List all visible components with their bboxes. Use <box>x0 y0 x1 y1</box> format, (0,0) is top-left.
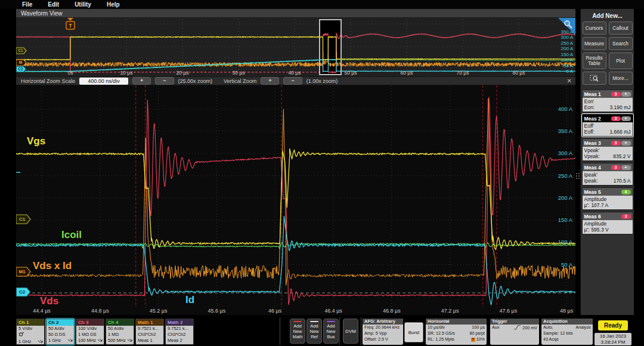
settings-bar: Ch 15 V/div1 GHzCh 250 A/div50 Ω DS1 GHz… <box>0 315 644 346</box>
h-zoom-minus-button[interactable]: − <box>155 77 174 85</box>
channel-badge-math-2[interactable]: Math 29.7521 k...Ch3*Ch2Meas 2 <box>165 319 194 345</box>
close-icon[interactable]: ✕ <box>567 78 572 84</box>
add-new-plot-button[interactable]: Plot <box>609 52 633 69</box>
measurement-card-meas-2[interactable]: Meas 23+Eoff'Eoff:1.666 mJ <box>582 114 633 137</box>
add-new-more-button[interactable]: More... <box>609 72 633 85</box>
afg-panel[interactable]: AFG: Arbitrary Freq: 20.9644 kHz Amp: 5 … <box>363 319 403 345</box>
measurement-header: Meas 43+ <box>583 163 633 171</box>
measurement-results-list: Meas 13+Eon'Eon:3.190 mJMeas 23+Eoff'Eof… <box>581 89 634 234</box>
burst-button[interactable]: Burst <box>404 322 423 342</box>
channel-ref-badge-c1[interactable]: C1 <box>16 215 30 224</box>
main-x-tick: 45.6 µs <box>208 308 226 314</box>
dvm-button[interactable]: DVM <box>343 319 358 344</box>
add-new-search-button[interactable]: Search <box>609 37 633 50</box>
measurement-line1: Ipeak' <box>584 172 631 178</box>
channel-scale: 50 A/div <box>106 326 134 332</box>
signal-color-stripe <box>327 321 335 322</box>
menu-help[interactable]: Help <box>107 1 120 8</box>
add-new-math-button[interactable]: AddNewMath <box>290 319 305 344</box>
source-badge: + <box>621 141 631 146</box>
trace-label-vds: Vds <box>40 295 58 307</box>
menu-edit[interactable]: Edit <box>48 1 59 8</box>
h-zoom-plus-button[interactable]: + <box>132 77 151 85</box>
channel-ref-badge-c2[interactable]: C2 <box>16 66 26 72</box>
add-new-bus-button[interactable]: AddNewBus <box>323 319 339 344</box>
add-new-cursors-button[interactable]: Cursors <box>583 21 606 35</box>
measurement-card-meas-6[interactable]: Meas 63Amplitudeµ':595.3 V <box>582 212 633 234</box>
channel-badge-math-1[interactable]: Math 19.7521 k...Ch3*Ch2Meas 1 <box>135 319 164 345</box>
overview-y-tick: 100 A <box>561 57 574 63</box>
measurement-value: 3.190 mJ <box>610 104 631 110</box>
measurement-line2: µ':107.7 A <box>584 202 631 208</box>
channel-coupling: Ch3*Ch2 <box>166 332 193 338</box>
measurement-line2: Eoff:1.666 mJ <box>584 129 631 135</box>
measurement-header: Meas 63 <box>583 212 633 220</box>
trigger-panel[interactable]: Trigger Aux 200 mV <box>490 319 539 345</box>
menu-file[interactable]: File <box>22 1 32 8</box>
add-new-button-grid: CursorsCalloutMeasureSearchResults Table… <box>581 21 634 85</box>
measurement-value: 595.3 V <box>591 227 608 233</box>
channel-bandwidth: Meas 1 <box>136 338 163 344</box>
channel-badge-ch-2[interactable]: Ch 250 A/div50 Ω DS1 GHz <box>46 319 75 345</box>
channel-ref-badge-m[interactable]: M <box>16 60 26 66</box>
signal-color-stripe <box>310 321 318 322</box>
channel-badge-header: Ch 2 <box>47 319 74 326</box>
channel-badge-ch-3[interactable]: Ch 3100 V/div1 MΩ DS100 MHz <box>76 319 104 345</box>
channel-badge-header: Math 1 <box>136 319 163 326</box>
svg-text:M1: M1 <box>18 269 26 274</box>
channel-ref-badge-c1[interactable]: C1 <box>16 48 26 54</box>
rising-edge-icon <box>513 325 521 330</box>
measurement-card-meas-5[interactable]: Meas 54Amplitudeµ':107.7 A <box>582 187 633 210</box>
measurement-source-badges: 3+ <box>611 165 631 170</box>
h-zoom-readout: (25.00x zoom) <box>178 78 213 84</box>
measurement-card-meas-4[interactable]: Meas 43+Ipeak'Ipeak:170.5 A <box>582 163 633 186</box>
channel-bandwidth-text: 1 GHz <box>18 339 31 344</box>
horizontal-zoom-scale-input[interactable]: 400.00 ns/div <box>79 78 128 85</box>
channel-coupling: Ch3*Ch2 <box>136 332 163 338</box>
source-badge: 3 <box>621 214 631 219</box>
v-zoom-minus-button[interactable]: − <box>283 77 302 85</box>
afg-freq: Freq: 20.9644 kHz <box>363 325 403 330</box>
menu-utility[interactable]: Utility <box>75 1 91 8</box>
main-x-tick: 44.8 µs <box>91 308 109 314</box>
v-zoom-plus-button[interactable]: + <box>261 77 279 85</box>
add-new-callout-button[interactable]: Callout <box>609 21 633 35</box>
measurement-body: Eoff'Eoff:1.666 mJ <box>583 122 633 136</box>
add-new-ref-button[interactable]: AddNewRef <box>306 319 322 344</box>
source-badge: 4 <box>621 190 631 194</box>
channel-bandwidth-text: Meas 2 <box>168 338 182 343</box>
panel-splitter-handle[interactable] <box>576 173 580 179</box>
trace-label-vds-x-id: Vds x Id <box>33 260 72 271</box>
acquisition-panel[interactable]: Acquisition Auto,Analyze Sample: 12 bits… <box>541 319 593 345</box>
svg-text:C1: C1 <box>19 217 26 222</box>
measurement-name: Meas 1 <box>584 91 601 97</box>
divider <box>361 317 361 345</box>
zoomed-waveform-plot[interactable]: 44.4 µs44.8 µs45.2 µs45.6 µs46 µs46.4 µs… <box>16 85 575 315</box>
channel-scale: 100 V/div <box>76 326 104 332</box>
overview-waveform-plot[interactable]: 0s10 µs20 µs30 µs40 µs50 µs60 µs70 µs80 … <box>16 18 575 76</box>
measurement-value-label: Vpeak: <box>584 153 600 159</box>
horizontal-panel[interactable]: Horizontal 10 µs/div100 µs SR: 12.5 GS/s… <box>426 319 487 345</box>
probe-icon <box>18 332 24 337</box>
channel-badge-ch-4[interactable]: Ch 450 A/div1 MΩ500 MHz <box>106 319 134 345</box>
deskew-icon <box>38 339 43 344</box>
channel-badge-ch-1[interactable]: Ch 15 V/div1 GHz <box>16 319 45 345</box>
main-y-tick: 100 A <box>558 239 573 245</box>
channel-ref-badge-c2[interactable]: C2 <box>16 288 30 296</box>
measurement-card-meas-1[interactable]: Meas 13+Eon'Eon:3.190 mJ <box>582 89 633 112</box>
overview-x-tick: 30 µs <box>233 70 245 76</box>
measurement-card-meas-3[interactable]: Meas 33+Vpeak'Vpeak:835.2 V <box>582 138 633 161</box>
main-y-tick: 300 A <box>558 150 573 156</box>
measurement-source-badges: 4 <box>621 190 631 194</box>
main-x-tick: 44.4 µs <box>33 308 51 314</box>
acquisition-status-badge[interactable]: Ready <box>598 320 628 330</box>
channel-bandwidth: Meas 2 <box>166 338 193 344</box>
add-new-measure-button[interactable]: Measure <box>583 37 606 50</box>
zoom-select-button[interactable] <box>583 72 606 85</box>
main-y-tick: 150 A <box>558 217 573 223</box>
channel-ref-badge-m1[interactable]: M1 <box>16 267 30 276</box>
source-badge: + <box>621 92 631 97</box>
channel-bandwidth: 100 MHz <box>76 338 104 344</box>
add-new-results-table-button[interactable]: Results Table <box>583 52 606 69</box>
overview-x-tick: 60 µs <box>401 70 413 76</box>
